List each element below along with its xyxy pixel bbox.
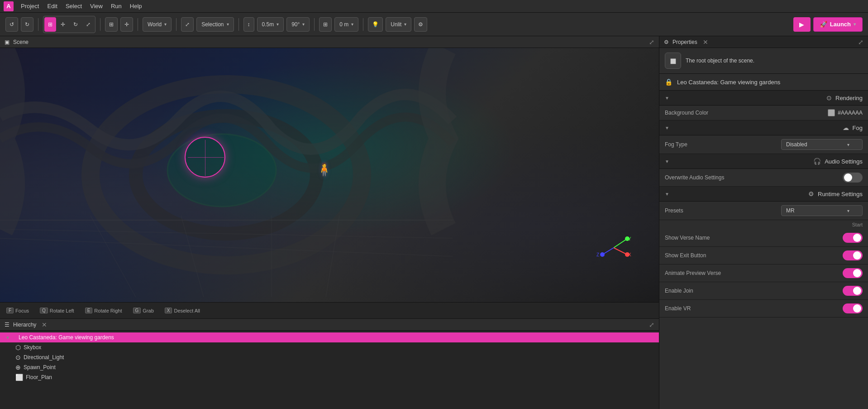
snap-value-dropdown[interactable]: 0.5m ▾: [257, 17, 284, 32]
rotate-left-action[interactable]: Q Rotate Left: [37, 307, 77, 314]
show-exit-button-knob: [853, 251, 861, 260]
scene-header: ▣ Scene ⤢: [0, 36, 659, 48]
fog-type-value: Disabled: [786, 141, 807, 148]
selection-dropdown[interactable]: Selection ▾: [196, 17, 234, 32]
app-icon: A: [4, 1, 14, 11]
hierarchy-item-dirlight[interactable]: ⊙ Directional_Light: [0, 352, 659, 362]
resize-btn[interactable]: ⤢: [181, 17, 194, 32]
scene-maximize-btn[interactable]: ⤢: [649, 38, 654, 46]
focus-action[interactable]: F Focus: [4, 307, 32, 314]
enable-join-row: Enable Join: [659, 282, 868, 300]
grid-btn[interactable]: ⊞: [319, 17, 332, 32]
launch-button[interactable]: 🚀 Launch ▾: [813, 17, 863, 32]
selected-object-sphere[interactable]: [185, 137, 225, 178]
hierarchy-item-spawnpoint[interactable]: ⊕ Spawn_Point: [0, 362, 659, 372]
main-content: ▣ Scene ⤢: [0, 36, 868, 409]
show-verse-name-toggle[interactable]: [843, 233, 863, 243]
height-value-dropdown[interactable]: 0 m ▾: [334, 17, 358, 32]
unlit-dropdown[interactable]: Unlit ▾: [386, 17, 411, 32]
overwrite-audio-toggle[interactable]: [843, 173, 863, 183]
hierarchy-title: Hierarchy: [13, 322, 36, 328]
play-button[interactable]: ▶: [793, 17, 811, 32]
focus-label: Focus: [15, 308, 29, 313]
snap-chevron-icon: ▾: [277, 22, 279, 27]
menu-run[interactable]: Run: [107, 2, 125, 10]
menu-edit[interactable]: Edit: [43, 2, 61, 10]
world-dropdown[interactable]: World ▾: [143, 17, 172, 32]
hierarchy-item-skybox[interactable]: ⬡ Skybox: [0, 342, 659, 352]
enable-vr-toggle[interactable]: [843, 303, 863, 313]
hierarchy-close-btn[interactable]: ✕: [42, 321, 47, 328]
scene-canvas[interactable]: 🧍 Y X Z: [0, 48, 659, 302]
runtime-section-header[interactable]: ▼ ⚙ Runtime Settings: [659, 187, 868, 202]
skybox-icon: ⬡: [15, 344, 21, 351]
rendering-icon: ⊙: [826, 94, 832, 101]
transform-move-btn[interactable]: ✛: [57, 17, 69, 32]
scene-obj-desc: The root object of the scene.: [686, 58, 754, 64]
skybox-label: Skybox: [24, 344, 41, 351]
height-value-label: 0 m: [339, 21, 348, 28]
lighting-icon-btn[interactable]: 💡: [368, 17, 383, 32]
redo-button[interactable]: ↻: [21, 17, 33, 32]
background-color-value[interactable]: #AAAAAA: [828, 109, 863, 116]
rendering-chevron-icon: ▼: [665, 96, 669, 101]
enable-join-toggle[interactable]: [843, 286, 863, 296]
hierarchy-item-root[interactable]: ▼ ♦ Leo Castaneda: Game viewing gardens: [0, 332, 659, 342]
audio-icon: 🎧: [813, 158, 821, 165]
gizmo-btn[interactable]: ✛: [120, 17, 133, 32]
svg-point-15: [600, 252, 605, 257]
fog-type-dropdown[interactable]: Disabled ▾: [781, 139, 863, 150]
height-icon-btn[interactable]: ↕: [243, 17, 254, 32]
selection-chevron-icon: ▾: [227, 22, 229, 27]
menu-help[interactable]: Help: [126, 2, 146, 10]
fog-section-header[interactable]: ▼ ☁ Fog: [659, 120, 868, 135]
animate-preview-verse-toggle[interactable]: [843, 268, 863, 278]
undo-button[interactable]: ↺: [5, 17, 18, 32]
rendering-section-header[interactable]: ▼ ⊙ Rendering: [659, 91, 868, 106]
svg-text:X: X: [628, 252, 631, 257]
hierarchy-header: ☰ Hierarchy ✕ ⤢: [0, 319, 659, 331]
show-exit-button-toggle[interactable]: [843, 250, 863, 260]
toolbar-sep-4: [176, 18, 176, 31]
audio-section-header[interactable]: ▼ 🎧 Audio Settings: [659, 154, 868, 169]
root-label: Leo Castaneda: Game viewing gardens: [19, 334, 114, 341]
rotate-right-label: Rotate Right: [94, 308, 122, 313]
grab-action[interactable]: G Grab: [130, 307, 157, 314]
presets-dropdown[interactable]: MR ▾: [781, 205, 863, 216]
toolbar-sep-6: [314, 18, 315, 31]
color-swatch[interactable]: [828, 109, 835, 116]
transform-select-btn[interactable]: ⊞: [44, 17, 56, 32]
launch-label: Launch: [830, 21, 851, 28]
fog-icon: ☁: [843, 124, 849, 131]
snap-toggle-btn[interactable]: ⊞: [105, 17, 118, 32]
scene-title: Scene: [13, 39, 29, 45]
properties-panel: ⚙ Properties ✕ ⤢ ◼ The root object of th…: [659, 36, 868, 409]
presets-value: MR: [786, 207, 795, 214]
properties-maximize-btn[interactable]: ⤢: [858, 38, 863, 46]
rotate-right-key: E: [85, 308, 93, 313]
show-exit-button-row: Show Exit Button: [659, 247, 868, 265]
unlit-label: Unlit: [391, 21, 401, 28]
expand-arrow-root: ▼: [5, 335, 10, 340]
menu-select[interactable]: Select: [62, 2, 86, 10]
svg-line-5: [0, 238, 453, 256]
hierarchy-icon: ☰: [5, 322, 10, 328]
runtime-chevron-icon: ▼: [665, 192, 669, 197]
transform-rotate-btn[interactable]: ↻: [70, 17, 81, 32]
deselect-all-action[interactable]: X Deselect All: [162, 307, 203, 314]
hierarchy-maximize-btn[interactable]: ⤢: [649, 321, 654, 328]
menu-view[interactable]: View: [86, 2, 106, 10]
audio-chevron-icon: ▼: [665, 159, 669, 164]
hierarchy-item-floorplan[interactable]: ⬜ Floor_Plan: [0, 372, 659, 382]
runtime-icon: ⚙: [808, 190, 814, 197]
unlit-chevron-icon: ▾: [404, 22, 406, 27]
transform-scale-btn[interactable]: ⤢: [82, 17, 94, 32]
settings-btn[interactable]: ⚙: [414, 17, 427, 32]
menu-project[interactable]: Project: [17, 2, 43, 10]
gizmo-axes: Y X Z: [596, 230, 632, 266]
angle-dropdown[interactable]: 90° ▾: [286, 17, 310, 32]
rotate-right-action[interactable]: E Rotate Right: [82, 307, 125, 314]
rotate-left-label: Rotate Left: [50, 308, 74, 313]
menu-bar: A Project Edit Select View Run Help: [0, 0, 868, 13]
properties-close-btn[interactable]: ✕: [703, 38, 708, 46]
